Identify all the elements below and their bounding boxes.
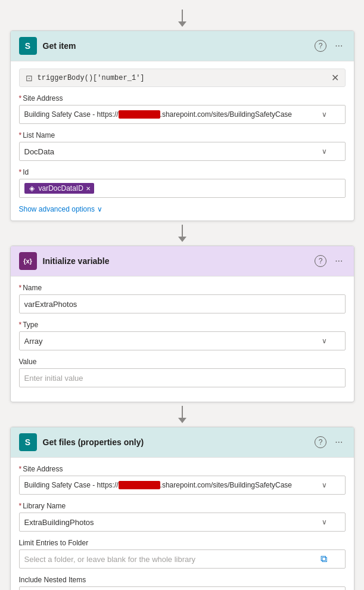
get-item-show-advanced[interactable]: Show advanced options ∨ xyxy=(19,205,346,213)
connector-arrow-2 xyxy=(178,225,186,242)
init-variable-value-label: Value xyxy=(19,358,346,366)
get-item-site-address-group: *Site Address Building Safety Case - htt… xyxy=(19,94,346,124)
get-files-nested-items-input[interactable]: Return entries contained in sub-folders … xyxy=(19,586,346,590)
get-files-library-name-group: *Library Name ExtraBuildingPhotos ∨ xyxy=(19,502,346,532)
get-item-header: S Get item ? ··· xyxy=(11,31,354,61)
get-item-list-name-input[interactable]: DocData ∨ xyxy=(19,142,346,161)
init-variable-type-group: *Type Array ∨ xyxy=(19,321,346,350)
init-variable-title: Initialize variable xyxy=(43,256,315,266)
get-files-nested-items-label: Include Nested Items xyxy=(19,576,346,584)
show-advanced-chevron: ∨ xyxy=(97,205,102,213)
id-tag: ◈ varDocDataID ✕ xyxy=(24,183,94,194)
get-item-site-address-value: Building Safety Case - https:// .sharepo… xyxy=(24,110,322,119)
get-files-site-address-dropdown-icon: ∨ xyxy=(322,481,327,489)
get-item-card: S Get item ? ··· ⊡ triggerBody()['number… xyxy=(10,30,354,221)
get-files-limit-entries-label: Limit Entries to Folder xyxy=(19,539,346,547)
get-files-card: S Get files (properties only) ? ··· *Sit… xyxy=(10,427,354,590)
trigger-icon: ⊡ xyxy=(26,73,33,83)
folder-icon[interactable]: ⧉ xyxy=(321,554,327,564)
init-variable-help-button[interactable]: ? xyxy=(315,255,326,267)
get-item-site-address-input[interactable]: Building Safety Case - https:// .sharepo… xyxy=(19,105,346,124)
init-variable-type-input[interactable]: Array ∨ xyxy=(19,331,346,350)
trigger-close-button[interactable]: ✕ xyxy=(331,72,339,83)
get-item-body: ⊡ triggerBody()['number_1'] ✕ *Site Addr… xyxy=(11,61,354,221)
redacted-block xyxy=(119,110,160,119)
get-item-menu-button[interactable]: ··· xyxy=(332,39,345,52)
init-variable-body: *Name varExtraPhotos *Type Array ∨ Value xyxy=(11,277,354,402)
get-item-icon: S xyxy=(19,37,37,55)
get-item-id-input[interactable]: ◈ varDocDataID ✕ xyxy=(19,179,346,198)
get-files-site-address-label: *Site Address xyxy=(19,465,346,473)
get-item-list-name-group: *List Name DocData ∨ xyxy=(19,131,346,161)
get-item-list-name-label: *List Name xyxy=(19,131,346,139)
site-address-dropdown-icon: ∨ xyxy=(322,110,327,119)
init-variable-name-group: *Name varExtraPhotos xyxy=(19,284,346,313)
get-item-actions: ? ··· xyxy=(315,39,345,52)
connector-arrow-top xyxy=(178,10,186,27)
get-files-help-button[interactable]: ? xyxy=(315,436,326,448)
trigger-text: triggerBody()['number_1'] xyxy=(38,74,331,82)
tag-icon: ◈ xyxy=(28,184,36,192)
init-variable-value-placeholder: Enter initial value xyxy=(24,374,83,383)
get-item-title: Get item xyxy=(43,41,315,51)
get-files-body: *Site Address Building Safety Case - htt… xyxy=(11,458,354,590)
init-variable-name-value: varExtraPhotos xyxy=(24,300,327,309)
type-dropdown-icon: ∨ xyxy=(322,337,327,345)
get-files-icon: S xyxy=(19,433,37,451)
get-item-list-name-value: DocData xyxy=(24,147,322,156)
list-name-dropdown-icon: ∨ xyxy=(322,147,327,156)
init-variable-card: {x} Initialize variable ? ··· *Name varE… xyxy=(10,246,354,402)
get-files-library-name-value: ExtraBuildingPhotos xyxy=(24,518,322,527)
get-files-limit-entries-placeholder: Select a folder, or leave blank for the … xyxy=(24,555,196,564)
get-item-id-label: *Id xyxy=(19,168,346,176)
init-variable-header: {x} Initialize variable ? ··· xyxy=(11,246,354,277)
init-variable-actions: ? ··· xyxy=(315,254,345,268)
get-files-header: S Get files (properties only) ? ··· xyxy=(11,427,354,458)
init-variable-type-label: *Type xyxy=(19,321,346,329)
connector-arrow-3 xyxy=(178,406,186,423)
get-item-help-button[interactable]: ? xyxy=(315,40,326,52)
get-files-nested-items-group: Include Nested Items Return entries cont… xyxy=(19,576,346,590)
init-variable-value-group: Value Enter initial value xyxy=(19,358,346,387)
trigger-bar: ⊡ triggerBody()['number_1'] ✕ xyxy=(19,69,346,87)
get-files-site-address-group: *Site Address Building Safety Case - htt… xyxy=(19,465,346,495)
init-variable-name-input[interactable]: varExtraPhotos xyxy=(19,294,346,313)
get-files-site-address-value: Building Safety Case - https:// .sharepo… xyxy=(24,481,322,489)
init-variable-name-label: *Name xyxy=(19,284,346,292)
redacted-block-2 xyxy=(119,481,160,489)
get-files-site-address-input[interactable]: Building Safety Case - https:// .sharepo… xyxy=(19,476,346,495)
get-files-actions: ? ··· xyxy=(315,436,345,449)
id-tag-label: varDocDataID xyxy=(39,184,83,192)
get-files-library-name-label: *Library Name xyxy=(19,502,346,510)
init-variable-type-value: Array xyxy=(24,337,322,346)
get-files-limit-entries-input[interactable]: Select a folder, or leave blank for the … xyxy=(19,549,346,569)
id-tag-close-button[interactable]: ✕ xyxy=(86,185,91,192)
init-variable-menu-button[interactable]: ··· xyxy=(332,254,345,268)
get-item-site-address-label: *Site Address xyxy=(19,94,346,103)
get-files-limit-entries-group: Limit Entries to Folder Select a folder,… xyxy=(19,539,346,569)
init-variable-icon: {x} xyxy=(19,252,37,270)
init-variable-value-input[interactable]: Enter initial value xyxy=(19,368,346,387)
get-files-library-name-input[interactable]: ExtraBuildingPhotos ∨ xyxy=(19,513,346,532)
get-files-menu-button[interactable]: ··· xyxy=(332,436,345,449)
library-name-dropdown-icon: ∨ xyxy=(322,518,327,526)
get-item-id-group: *Id ◈ varDocDataID ✕ xyxy=(19,168,346,198)
get-files-title: Get files (properties only) xyxy=(43,437,315,447)
